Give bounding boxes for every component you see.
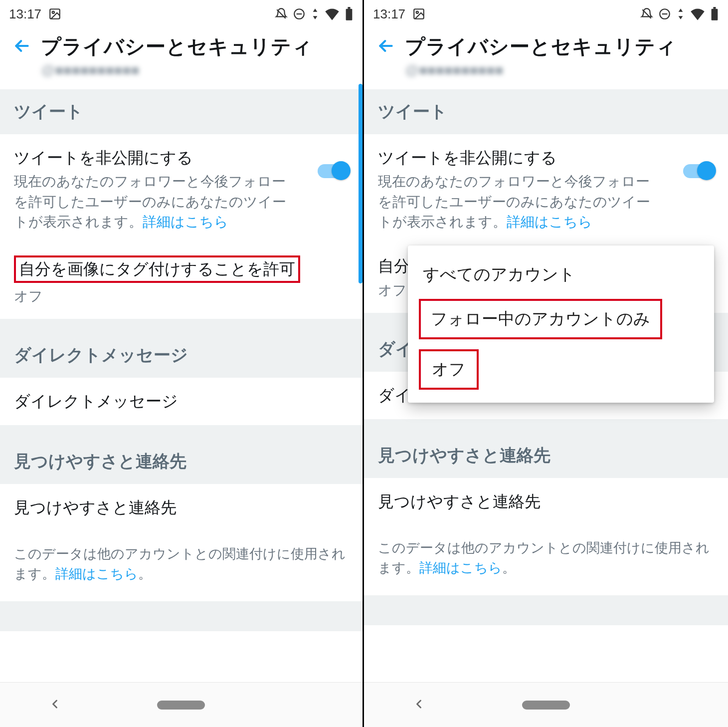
divider — [0, 319, 363, 333]
svg-rect-3 — [346, 9, 353, 20]
section-header-tweet: ツイート — [0, 89, 363, 134]
tagging-options-popup: すべてのアカウント フォロー中のアカウントのみ オフ — [408, 245, 714, 403]
protect-tweets-toggle[interactable] — [683, 164, 714, 178]
phone-right: 13:17 — [364, 0, 728, 727]
app-header: プライバシーとセキュリティ @■■■■■■■■■■ — [364, 28, 728, 89]
photo-tagging-value: オフ — [14, 287, 349, 306]
nav-home-pill[interactable] — [522, 701, 570, 710]
svg-rect-4 — [348, 7, 350, 9]
status-time: 13:17 — [373, 6, 405, 22]
disc-row-title: 見つけやすさと連絡先 — [378, 491, 714, 512]
disc-row-title: 見つけやすさと連絡先 — [14, 497, 349, 518]
battery-icon — [345, 7, 354, 21]
dnd-icon — [293, 7, 306, 20]
wifi-icon — [325, 7, 340, 20]
username-label: @■■■■■■■■■■ — [405, 62, 716, 78]
protect-tweets-title: ツイートを非公開にする — [14, 147, 293, 169]
highlight-box: 自分を画像にタグ付けすることを許可 — [14, 255, 300, 283]
protect-learn-more-link[interactable]: 詳細はこちら — [143, 214, 228, 230]
protect-tweets-row[interactable]: ツイートを非公開にする 現在のあなたのフォロワーと今後フォローを許可したユーザー… — [0, 134, 363, 245]
section-header-disc: 見つけやすさと連絡先 — [364, 433, 728, 478]
divider — [0, 425, 363, 439]
status-bar: 13:17 — [364, 0, 728, 28]
dnd-icon — [658, 7, 671, 20]
data-icon — [311, 7, 320, 20]
tagging-option-everyone[interactable]: すべてのアカウント — [408, 252, 714, 297]
phone-left: 13:17 — [0, 0, 364, 727]
disc-row[interactable]: 見つけやすさと連絡先 — [0, 484, 363, 531]
svg-point-1 — [52, 11, 54, 13]
protect-tweets-desc: 現在のあなたのフォロワーと今後フォローを許可したユーザーのみにあなたのツイートが… — [378, 172, 657, 233]
android-nav-bar — [364, 682, 728, 727]
section-header-disc: 見つけやすさと連絡先 — [0, 439, 363, 484]
back-arrow-icon[interactable] — [12, 36, 32, 58]
protect-tweets-toggle[interactable] — [318, 164, 349, 178]
disc-learn-more-link[interactable]: 詳細はこちら — [419, 560, 502, 575]
app-header: プライバシーとセキュリティ @■■■■■■■■■■ — [0, 28, 363, 89]
svg-point-6 — [416, 11, 418, 13]
status-time: 13:17 — [9, 6, 41, 22]
data-icon — [676, 7, 685, 20]
image-icon — [412, 7, 425, 20]
username-label: @■■■■■■■■■■ — [41, 62, 351, 78]
photo-tagging-title: 自分を画像にタグ付けすることを許可 — [19, 260, 295, 278]
nav-home-pill[interactable] — [157, 701, 205, 710]
photo-tagging-row[interactable]: 自分を画像にタグ付けすることを許可 オフ — [0, 245, 363, 319]
android-nav-bar — [0, 682, 363, 727]
bell-off-icon — [640, 7, 653, 20]
disc-footnote: このデータは他のアカウントとの関連付けに使用されます。詳細はこちら。 — [364, 526, 728, 595]
image-icon — [48, 7, 61, 20]
page-title: プライバシーとセキュリティ — [405, 33, 716, 60]
tagging-option-off[interactable]: オフ — [428, 356, 470, 383]
disc-learn-more-link[interactable]: 詳細はこちら — [55, 566, 138, 581]
divider — [364, 419, 728, 433]
section-header-dm: ダイレクトメッセージ — [0, 333, 363, 378]
dm-row[interactable]: ダイレクトメッセージ — [0, 378, 363, 425]
status-bar: 13:17 — [0, 0, 363, 28]
section-header-tweet: ツイート — [364, 89, 728, 134]
tagging-option-following[interactable]: フォロー中のアカウントのみ — [428, 306, 653, 332]
protect-tweets-row[interactable]: ツイートを非公開にする 現在のあなたのフォロワーと今後フォローを許可したユーザー… — [364, 134, 728, 245]
svg-rect-9 — [713, 7, 716, 9]
svg-rect-8 — [712, 9, 718, 20]
back-arrow-icon[interactable] — [376, 36, 396, 58]
dm-row-title: ダイレクトメッセージ — [14, 391, 349, 412]
nav-back-icon[interactable] — [48, 697, 62, 713]
highlight-box: オフ — [419, 349, 479, 390]
battery-icon — [710, 7, 719, 21]
scroll-indicator — [359, 84, 363, 283]
disc-footnote: このデータは他のアカウントとの関連付けに使用されます。詳細はこちら。 — [0, 532, 363, 601]
highlight-box: フォロー中のアカウントのみ — [419, 299, 662, 339]
divider — [0, 601, 363, 631]
disc-row[interactable]: 見つけやすさと連絡先 — [364, 478, 728, 525]
nav-back-icon[interactable] — [412, 697, 426, 713]
page-title: プライバシーとセキュリティ — [41, 33, 351, 60]
divider — [364, 595, 728, 625]
protect-learn-more-link[interactable]: 詳細はこちら — [507, 214, 592, 230]
protect-tweets-desc: 現在のあなたのフォロワーと今後フォローを許可したユーザーのみにあなたのツイートが… — [14, 172, 293, 233]
wifi-icon — [690, 7, 705, 20]
protect-tweets-title: ツイートを非公開にする — [378, 147, 657, 169]
bell-off-icon — [275, 7, 288, 20]
